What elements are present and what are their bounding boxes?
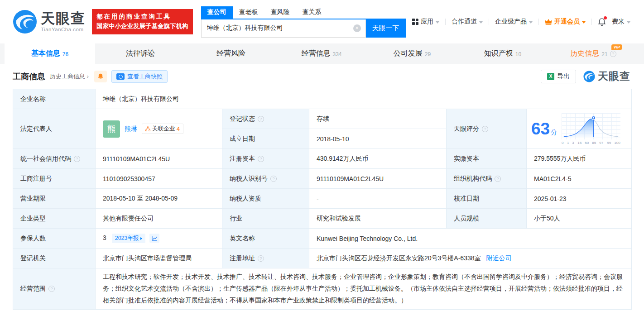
menu-vip[interactable]: 开通会员: [545, 18, 586, 26]
tyc-score-label: 天眼评分: [447, 109, 527, 149]
help-icon[interactable]: [482, 126, 488, 132]
org-code-label: 组织机构代码: [447, 169, 527, 189]
chevron-down-icon: [436, 21, 439, 24]
table-row: 参保人数 3 2023年报 英文名称 Kunwei Beijing Techno…: [13, 229, 632, 249]
divider: [489, 19, 489, 25]
help-icon[interactable]: [610, 51, 616, 57]
tab-basic-info[interactable]: 基本信息 76: [5, 43, 95, 64]
paid-capital-label: 实缴资本: [447, 149, 527, 169]
reg-capital-value: 430.9142万人民币: [309, 149, 447, 169]
reg-address-label: 注册地址: [222, 249, 309, 268]
avatar[interactable]: 熊: [103, 120, 120, 138]
business-term-value: 2018-05-10 至 2048-05-09: [96, 189, 222, 209]
trend-chart-button[interactable]: [149, 234, 159, 243]
search-input[interactable]: [207, 24, 353, 32]
bell-curve: [562, 113, 620, 139]
line-chart-icon: [152, 236, 158, 241]
score-distribution-chart: 0131550859799100: [562, 113, 620, 145]
menu-partner-label: 合作通道: [452, 18, 477, 26]
help-icon[interactable]: [258, 156, 264, 162]
menu-enterprise[interactable]: 企业级产品: [495, 18, 533, 26]
approval-date-value: 2025-01-23: [527, 189, 632, 209]
english-name-label: 英文名称: [222, 229, 309, 249]
search-tab-boss[interactable]: 查老板: [233, 6, 264, 19]
establish-date-label: 成立日期: [222, 129, 309, 149]
menu-vip-label: 开通会员: [554, 18, 580, 26]
tianyancha-logo[interactable]: 天眼查 TianYanCha.com: [13, 10, 86, 34]
annual-report-badge[interactable]: 2023年报: [112, 234, 145, 243]
menu-enterprise-label: 企业级产品: [495, 18, 527, 26]
score-axis-tick: 1: [567, 140, 569, 145]
menu-apps[interactable]: 应用: [412, 18, 439, 26]
search-button[interactable]: 天眼一下: [366, 19, 406, 38]
history-business-info-link[interactable]: 历史工商信息: [50, 72, 89, 81]
help-icon[interactable]: [495, 176, 501, 182]
search-tab-risk[interactable]: 查风险: [264, 6, 296, 19]
related-companies-badge[interactable]: 关联企业 4: [142, 124, 183, 134]
promo-banner: 都在用的商业查询工具 国家中小企业发展子基金旗下机构: [92, 9, 193, 34]
table-row: 营业期限 2018-05-10 至 2048-05-09 纳税人资质 - 核准日…: [13, 189, 632, 209]
related-companies-label: 关联企业: [152, 125, 175, 133]
reg-address-value: 北京市门头沟区石龙经济开发区永安路20号3号楼A-6338室: [317, 254, 481, 262]
industry-label: 行业: [222, 209, 309, 229]
company-type-value: 其他有限责任公司: [96, 209, 222, 229]
tab-count: 76: [62, 51, 68, 57]
help-icon[interactable]: [258, 255, 264, 262]
tab-business-info[interactable]: 经营信息 334: [276, 43, 367, 64]
tab-count: 21: [601, 51, 607, 57]
score-axis-tick: 3: [572, 140, 574, 145]
search-tab-company[interactable]: 查公司: [201, 6, 233, 19]
bell-icon: [97, 73, 104, 80]
reg-status-label: 登记状态: [222, 109, 309, 129]
notifications-bell[interactable]: [598, 18, 606, 26]
tyc-score-cell[interactable]: 63分: [527, 109, 632, 149]
score-axis: 0131550859799100: [562, 140, 620, 145]
help-icon[interactable]: [258, 116, 264, 122]
crown-icon: [545, 19, 552, 25]
business-info-table: 企业名称 坤维（北京）科技有限公司 法定代表人 熊 熊琳 关联企业 4: [0, 89, 644, 310]
taxpayer-qualification-value: -: [309, 189, 447, 209]
taxpayer-id-label: 纳税人识别号: [222, 169, 309, 189]
clear-icon[interactable]: ×: [353, 24, 361, 32]
reg-number-value: 110109025300457: [96, 169, 222, 189]
legal-rep-name-link[interactable]: 熊琳: [125, 125, 137, 133]
approval-date-label: 核准日期: [447, 189, 527, 209]
score-axis-tick: 100: [614, 140, 620, 145]
snapshot-button[interactable]: 查看工商快照: [111, 70, 168, 83]
tab-legal-proceedings[interactable]: 法律诉讼: [95, 43, 186, 64]
taxpayer-id-value: 91110109MA01C2L45U: [309, 169, 447, 189]
menu-partner[interactable]: 合作通道: [452, 18, 483, 26]
watermark-logo: 天眼查: [583, 69, 630, 83]
top-menu: 应用 合作通道 企业级产品 开通会员: [412, 18, 630, 26]
chevron-down-icon: [529, 21, 533, 24]
export-label: 导出: [557, 72, 570, 81]
logo-name: 天眼查: [41, 11, 86, 25]
excel-icon: X: [547, 73, 554, 80]
monitor-bell-button[interactable]: [94, 71, 107, 82]
menu-user[interactable]: 费米: [612, 18, 630, 26]
tab-company-development[interactable]: 公司发展 29: [367, 43, 457, 64]
table-row: 企业名称 坤维（北京）科技有限公司: [13, 89, 632, 109]
nearby-companies-link[interactable]: 附近公司: [486, 254, 511, 262]
insured-count-value: 3: [103, 234, 106, 241]
org-code-value: MA01C2L4-5: [527, 169, 632, 189]
export-button[interactable]: X 导出: [541, 70, 576, 83]
promo-line2: 国家中小企业发展子基金旗下机构: [96, 22, 188, 31]
tab-intellectual-property[interactable]: 知识产权 10: [457, 43, 548, 64]
help-icon[interactable]: [48, 286, 55, 292]
tab-operational-risk[interactable]: 经营风险: [186, 43, 276, 64]
help-icon[interactable]: [74, 156, 80, 162]
industry-value: 研究和试验发展: [309, 209, 447, 229]
help-icon[interactable]: [270, 176, 277, 182]
tab-label: 知识产权: [484, 49, 513, 58]
search-tab-relation[interactable]: 查关系: [296, 6, 328, 19]
promo-line1: 都在用的商业查询工具: [96, 12, 188, 22]
legal-rep-cell: 熊 熊琳 关联企业 4: [96, 109, 222, 149]
section-header: 工商信息 历史工商信息 查看工商快照 X 导出 天眼查: [0, 64, 644, 89]
chevron-down-icon: [479, 21, 483, 24]
staff-size-label: 人员规模: [447, 209, 527, 229]
legal-rep-label: 法定代表人: [13, 109, 96, 149]
tab-history-info[interactable]: VIP 历史信息 21: [548, 43, 639, 64]
tab-count: 334: [332, 51, 341, 57]
search-box[interactable]: ×: [201, 19, 366, 38]
